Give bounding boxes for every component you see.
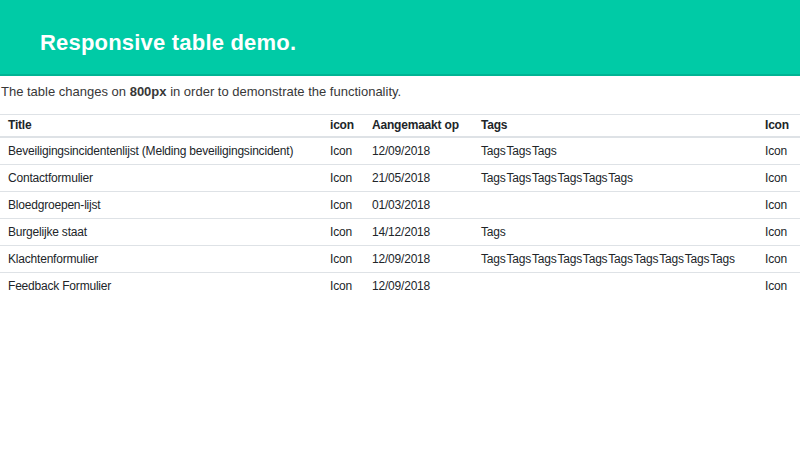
page-title: Responsive table demo. bbox=[40, 30, 296, 56]
cell-icon: Icon bbox=[322, 137, 364, 165]
cell-title: Feedback Formulier bbox=[0, 273, 322, 300]
table-head: Title icon Aangemaakt op Tags Icon bbox=[0, 115, 800, 138]
cell-tags: Tags Tags Tags Tags Tags Tags bbox=[473, 165, 757, 192]
cell-tags bbox=[473, 192, 757, 219]
intro-suffix: in order to demonstrate the functionalit… bbox=[167, 84, 402, 99]
column-header-title: Title bbox=[0, 115, 322, 138]
cell-title: Burgelijke staat bbox=[0, 219, 322, 246]
table-row: Feedback Formulier Icon 12/09/2018 Icon bbox=[0, 273, 800, 300]
table-body: Beveiligingsincidentenlijst (Melding bev… bbox=[0, 137, 800, 299]
cell-created: 14/12/2018 bbox=[364, 219, 473, 246]
intro-prefix: The table changes on bbox=[1, 84, 130, 99]
cell-icon: Icon bbox=[322, 273, 364, 300]
cell-icon-right: Icon bbox=[757, 219, 800, 246]
cell-icon: Icon bbox=[322, 165, 364, 192]
table-row: Bloedgroepen-lijst Icon 01/03/2018 Icon bbox=[0, 192, 800, 219]
cell-created: 01/03/2018 bbox=[364, 192, 473, 219]
cell-icon-right: Icon bbox=[757, 165, 800, 192]
cell-icon: Icon bbox=[322, 192, 364, 219]
cell-tags: Tags Tags Tags bbox=[473, 137, 757, 165]
intro-text: The table changes on 800px in order to d… bbox=[1, 84, 800, 100]
page-header-banner: Responsive table demo. bbox=[0, 0, 800, 76]
cell-created: 12/09/2018 bbox=[364, 246, 473, 273]
intro-breakpoint-value: 800px bbox=[130, 84, 167, 99]
table-row: Beveiligingsincidentenlijst (Melding bev… bbox=[0, 137, 800, 165]
table-row: Contactformulier Icon 21/05/2018 Tags Ta… bbox=[0, 165, 800, 192]
table-row: Burgelijke staat Icon 14/12/2018 Tags Ic… bbox=[0, 219, 800, 246]
cell-title: Contactformulier bbox=[0, 165, 322, 192]
column-header-icon-right: Icon bbox=[757, 115, 800, 138]
cell-tags: Tags bbox=[473, 219, 757, 246]
column-header-icon: icon bbox=[322, 115, 364, 138]
column-header-tags: Tags bbox=[473, 115, 757, 138]
responsive-table: Title icon Aangemaakt op Tags Icon Bevei… bbox=[0, 114, 800, 299]
cell-created: 12/09/2018 bbox=[364, 137, 473, 165]
table-header-row: Title icon Aangemaakt op Tags Icon bbox=[0, 115, 800, 138]
cell-tags: Tags Tags Tags Tags Tags Tags Tags Tags … bbox=[473, 246, 757, 273]
cell-created: 12/09/2018 bbox=[364, 273, 473, 300]
cell-icon-right: Icon bbox=[757, 192, 800, 219]
table-row: Klachtenformulier Icon 12/09/2018 Tags T… bbox=[0, 246, 800, 273]
cell-title: Bloedgroepen-lijst bbox=[0, 192, 322, 219]
cell-title: Beveiligingsincidentenlijst (Melding bev… bbox=[0, 137, 322, 165]
column-header-aangemaakt-op: Aangemaakt op bbox=[364, 115, 473, 138]
cell-icon: Icon bbox=[322, 246, 364, 273]
cell-tags bbox=[473, 273, 757, 300]
cell-title: Klachtenformulier bbox=[0, 246, 322, 273]
cell-icon: Icon bbox=[322, 219, 364, 246]
cell-created: 21/05/2018 bbox=[364, 165, 473, 192]
cell-icon-right: Icon bbox=[757, 246, 800, 273]
cell-icon-right: Icon bbox=[757, 137, 800, 165]
cell-icon-right: Icon bbox=[757, 273, 800, 300]
